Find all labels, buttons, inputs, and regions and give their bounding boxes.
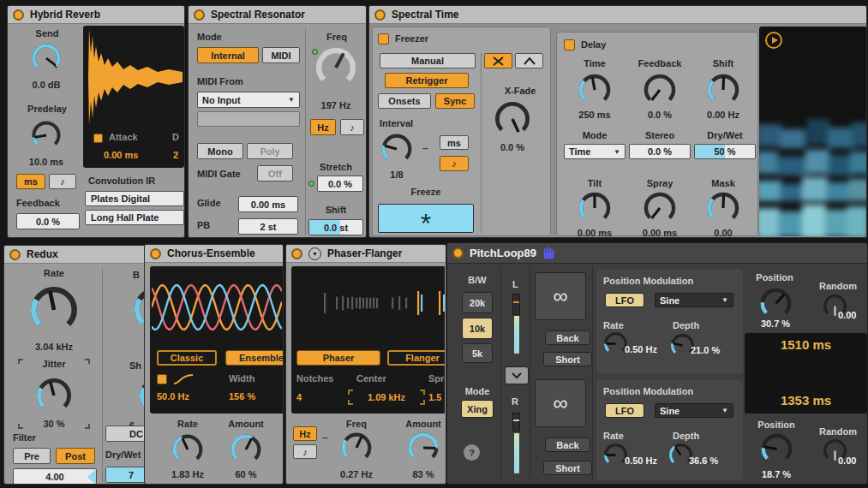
device-on-toggle[interactable] bbox=[9, 249, 21, 260]
position-knob-l[interactable] bbox=[758, 286, 793, 321]
midi-from-select[interactable]: No Input ▼ bbox=[197, 92, 300, 108]
send-knob[interactable] bbox=[30, 42, 63, 74]
chorus-amount-knob[interactable] bbox=[229, 432, 263, 467]
lfo-hz-button[interactable]: Hz bbox=[293, 426, 317, 441]
freq-knob[interactable] bbox=[314, 45, 358, 90]
predelay-sync-note-button[interactable]: ♪ bbox=[49, 174, 76, 189]
spectral-time-titlebar[interactable]: Spectral Time bbox=[369, 6, 866, 24]
freeze-button[interactable]: * bbox=[378, 204, 474, 233]
shift-field[interactable]: 0.0 st bbox=[308, 219, 363, 235]
feedback-field[interactable]: 0.0 % bbox=[16, 213, 80, 229]
short-button-l[interactable]: Short bbox=[543, 352, 592, 366]
chorus-amount-value[interactable]: 60 % bbox=[222, 469, 270, 479]
xfade-value[interactable]: 0.0 % bbox=[493, 142, 532, 152]
highpass-value[interactable]: 50.0 Hz bbox=[157, 391, 189, 402]
rate-value-l[interactable]: 0.50 Hz bbox=[625, 344, 657, 354]
freezer-toggle[interactable] bbox=[378, 33, 389, 45]
drywet-field[interactable]: 50 % bbox=[694, 144, 756, 159]
phaser-freq-knob[interactable] bbox=[339, 431, 374, 465]
help-button[interactable]: ? bbox=[464, 444, 480, 461]
jitter-value[interactable]: 30 % bbox=[21, 419, 87, 429]
delay-shift-value[interactable]: 0.00 Hz bbox=[697, 110, 749, 120]
filter-post-button[interactable]: Post bbox=[56, 448, 95, 464]
mask-value[interactable]: 0.00 bbox=[697, 228, 749, 238]
retrigger-button[interactable]: Retrigger bbox=[385, 73, 469, 88]
bw-5k-button[interactable]: 5k bbox=[462, 343, 493, 363]
device-on-toggle[interactable] bbox=[452, 247, 464, 259]
predelay-knob[interactable] bbox=[30, 119, 63, 152]
spray-knob[interactable] bbox=[642, 190, 678, 226]
predelay-value[interactable]: 10.0 ms bbox=[20, 157, 73, 167]
decay-value[interactable]: 2 bbox=[173, 150, 178, 160]
onsets-button[interactable]: Onsets bbox=[378, 93, 431, 109]
filter-freq-field[interactable]: 4.00 bbox=[13, 468, 97, 485]
hand-icon[interactable] bbox=[542, 247, 555, 259]
device-on-toggle[interactable] bbox=[13, 9, 24, 21]
tilt-knob[interactable] bbox=[577, 190, 613, 226]
position-value-l[interactable]: 30.7 % bbox=[753, 318, 798, 329]
predelay-ms-button[interactable]: ms bbox=[16, 174, 45, 189]
spread-value[interactable]: 1.5 bbox=[428, 392, 441, 402]
phaser-amount-value[interactable]: 83 % bbox=[401, 469, 446, 479]
device-on-toggle[interactable] bbox=[374, 9, 386, 21]
poly-button[interactable]: Poly bbox=[247, 143, 293, 159]
send-value[interactable]: 0.0 dB bbox=[20, 80, 73, 90]
phaser-titlebar[interactable]: ▼ Phaser-Flanger bbox=[286, 245, 446, 263]
device-on-toggle[interactable] bbox=[194, 9, 205, 21]
attack-value[interactable]: 0.00 ms bbox=[104, 150, 138, 160]
width-value[interactable]: 156 % bbox=[229, 391, 255, 402]
rate-knob[interactable] bbox=[27, 283, 81, 336]
chorus-titlebar[interactable]: Chorus-Ensemble bbox=[145, 245, 283, 263]
glide-field[interactable]: 0.00 ms bbox=[238, 196, 298, 212]
mono-button[interactable]: Mono bbox=[197, 143, 243, 159]
freq-hz-button[interactable]: Hz bbox=[310, 119, 336, 135]
device-on-toggle[interactable] bbox=[150, 248, 161, 259]
mask-knob[interactable] bbox=[705, 190, 741, 226]
random-value-l[interactable]: 0.00 bbox=[838, 310, 856, 320]
bw-10k-button[interactable]: 10k bbox=[462, 318, 493, 339]
midi-channel-field[interactable] bbox=[197, 111, 300, 127]
rate-value[interactable]: 3.04 kHz bbox=[18, 342, 90, 352]
interval-knob[interactable] bbox=[380, 132, 414, 166]
loop-infinite-button-l[interactable]: ∞ bbox=[535, 272, 586, 320]
position-value-r[interactable]: 18.7 % bbox=[754, 469, 799, 479]
lfo-note-button[interactable]: ♪ bbox=[293, 444, 317, 459]
time-value[interactable]: 250 ms bbox=[569, 110, 620, 120]
link-chevron-button[interactable] bbox=[505, 366, 529, 384]
stereo-field[interactable]: 0.0 % bbox=[629, 144, 691, 159]
lfo-button-r[interactable]: LFO bbox=[605, 403, 644, 418]
phaser-amount-knob[interactable] bbox=[406, 431, 440, 465]
interval-value[interactable]: 1/8 bbox=[380, 170, 414, 180]
time-knob[interactable] bbox=[577, 72, 613, 108]
notches-value[interactable]: 4 bbox=[296, 392, 302, 402]
filter-pre-button[interactable]: Pre bbox=[13, 448, 51, 464]
phaser-freq-value[interactable]: 0.27 Hz bbox=[329, 469, 384, 479]
xfade-knob[interactable] bbox=[493, 99, 532, 139]
wave-select-l[interactable]: Sine ▼ bbox=[655, 293, 733, 307]
short-button-r[interactable]: Short bbox=[543, 461, 592, 475]
depth-value-l[interactable]: 21.0 % bbox=[691, 345, 720, 355]
back-button-r[interactable]: Back bbox=[545, 437, 590, 452]
play-button[interactable] bbox=[765, 32, 782, 49]
ir-name-select[interactable]: Long Hall Plate bbox=[85, 210, 184, 225]
jitter-knob[interactable] bbox=[34, 376, 74, 415]
position-knob-r[interactable] bbox=[759, 431, 794, 467]
random-value-r[interactable]: 0.00 bbox=[838, 455, 856, 466]
sync-button[interactable]: Sync bbox=[435, 93, 475, 109]
peak-mode-button[interactable] bbox=[515, 53, 543, 68]
left-slider-handle[interactable] bbox=[512, 294, 520, 315]
midi-gate-button[interactable]: Off bbox=[257, 165, 293, 182]
interval-note-button[interactable]: ♪ bbox=[440, 156, 469, 171]
chorus-rate-value[interactable]: 1.83 Hz bbox=[160, 469, 215, 479]
phaser-mode-button[interactable]: Phaser bbox=[296, 350, 380, 366]
tilt-value[interactable]: 0.00 ms bbox=[569, 228, 620, 238]
right-slider-handle[interactable] bbox=[512, 413, 520, 431]
manual-button[interactable]: Manual bbox=[380, 53, 476, 68]
chorus-rate-knob[interactable] bbox=[171, 432, 205, 467]
mode-midi-button[interactable]: MIDI bbox=[262, 47, 300, 63]
bw-20k-button[interactable]: 20k bbox=[462, 292, 493, 313]
hybrid-reverb-titlebar[interactable]: Hybrid Reverb bbox=[8, 6, 184, 24]
delay-feedback-value[interactable]: 0.0 % bbox=[631, 110, 689, 120]
flanger-mode-button[interactable]: Flanger bbox=[387, 350, 445, 366]
back-button-l[interactable]: Back bbox=[545, 330, 590, 345]
